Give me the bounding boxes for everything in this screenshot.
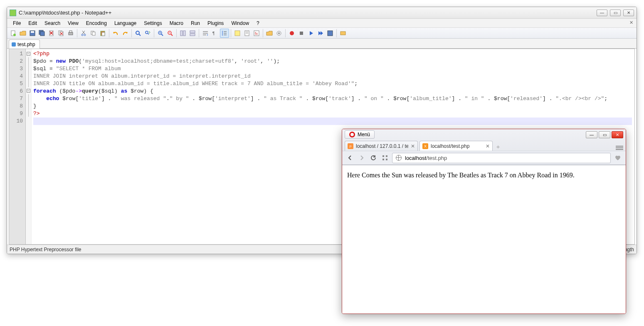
tb-zoom-in-icon[interactable] — [156, 29, 165, 38]
svg-rect-59 — [386, 155, 387, 157]
bookmark-heart-button[interactable] — [613, 153, 622, 162]
svg-rect-14 — [69, 31, 72, 32]
tb-record-icon[interactable] — [287, 29, 296, 38]
tb-stop-icon[interactable] — [297, 29, 306, 38]
close-button[interactable]: ✕ — [623, 10, 634, 16]
opera-tabstrip: p localhost / 127.0.0.1 / test ✕ X local… — [342, 140, 626, 151]
url-text: localhost/test.php — [405, 155, 607, 161]
opera-navbar: localhost/test.php — [342, 151, 626, 165]
menubar-close-icon[interactable]: ✕ — [628, 20, 634, 26]
tb-indent-guide-icon[interactable] — [220, 29, 229, 38]
tb-extra-icon[interactable] — [338, 29, 348, 38]
tab-label: localhost/test.php — [431, 143, 483, 149]
tb-udl-icon[interactable] — [233, 29, 242, 38]
tb-undo-icon[interactable] — [111, 29, 120, 38]
menu-view[interactable]: View — [64, 20, 82, 27]
tb-zoom-out-icon[interactable] — [165, 29, 175, 38]
opera-window: Menü — ▭ ✕ p localhost / 127.0.0.1 / tes… — [342, 129, 626, 314]
new-tab-button[interactable]: ＋ — [494, 143, 502, 151]
tab-label: localhost / 127.0.0.1 / test — [356, 143, 408, 149]
filetab-test-php[interactable]: test.php — [9, 39, 40, 49]
npp-app-icon — [10, 10, 16, 16]
menu-search[interactable]: Search — [41, 20, 64, 27]
opera-menu-button[interactable]: Menü — [345, 130, 375, 139]
line-number-gutter: 12345678910 — [9, 49, 26, 244]
tb-paste-icon[interactable] — [98, 29, 107, 38]
svg-rect-60 — [382, 159, 384, 160]
tab-close-icon[interactable]: ✕ — [486, 143, 490, 149]
tb-new-icon[interactable] — [9, 29, 18, 38]
menu-help[interactable]: ? — [253, 20, 263, 27]
menu-file[interactable]: File — [10, 20, 24, 27]
nav-speed-dial-button[interactable] — [380, 153, 390, 162]
opera-close-button[interactable]: ✕ — [612, 131, 623, 138]
svg-rect-22 — [102, 32, 105, 36]
tb-open-icon[interactable] — [18, 29, 27, 38]
browser-tab-phpmyadmin[interactable]: p localhost / 127.0.0.1 / test ✕ — [345, 141, 418, 151]
menu-edit[interactable]: Edit — [25, 20, 40, 27]
tb-close-all-icon[interactable] — [57, 29, 66, 38]
tb-wordwrap-icon[interactable] — [201, 29, 210, 38]
menu-window[interactable]: Window — [228, 20, 252, 27]
tb-allchars-icon[interactable]: ¶ — [210, 29, 220, 38]
tb-save-icon[interactable] — [28, 29, 37, 38]
menu-macro[interactable]: Macro — [166, 20, 187, 27]
nav-back-button[interactable] — [345, 153, 355, 162]
tb-play-icon[interactable] — [306, 29, 316, 38]
maximize-button[interactable]: ▭ — [610, 10, 621, 16]
minimize-button[interactable]: — — [597, 10, 607, 16]
menu-encoding[interactable]: Encoding — [83, 20, 110, 27]
tb-save-all-icon[interactable] — [37, 29, 47, 38]
menu-plugins[interactable]: Plugins — [204, 20, 227, 27]
tb-func-list-icon[interactable]: fx — [252, 29, 261, 38]
opera-menu-label: Menü — [358, 132, 370, 137]
svg-rect-34 — [180, 31, 183, 36]
tab-close-icon[interactable]: ✕ — [411, 143, 415, 149]
tb-redo-icon[interactable] — [121, 29, 130, 38]
tb-copy-icon[interactable] — [89, 29, 98, 38]
svg-rect-56 — [328, 31, 333, 36]
address-bar[interactable]: localhost/test.php — [392, 153, 611, 163]
menu-run[interactable]: Run — [188, 20, 203, 27]
svg-point-53 — [278, 32, 280, 34]
npp-filetab-bar: test.php — [7, 39, 637, 49]
tb-play-multi-icon[interactable] — [316, 29, 325, 38]
nav-reload-button[interactable] — [369, 153, 378, 162]
tb-cut-icon[interactable] — [79, 29, 88, 38]
fold-gutter[interactable]: − − — [26, 49, 32, 244]
svg-point-15 — [81, 34, 83, 36]
tb-folder-icon[interactable] — [265, 29, 274, 38]
tb-doc-map-icon[interactable] — [242, 29, 252, 38]
svg-rect-36 — [190, 31, 195, 33]
npp-menubar: File Edit Search View Encoding Language … — [7, 19, 637, 28]
svg-rect-13 — [69, 32, 73, 35]
tb-find-icon[interactable] — [133, 29, 143, 38]
menu-language[interactable]: Language — [111, 20, 140, 27]
npp-titlebar[interactable]: C:\xampp\htdocs\test.php - Notepad++ — ▭… — [7, 7, 637, 19]
tb-save-macro-icon[interactable] — [326, 29, 335, 38]
page-output-text: Here Comes the Sun was released by The B… — [347, 172, 575, 179]
tab-favicon-icon: X — [422, 143, 428, 149]
svg-point-54 — [290, 31, 294, 35]
nav-forward-button[interactable] — [357, 153, 366, 162]
filetab-label: test.php — [17, 42, 35, 47]
site-info-icon[interactable] — [396, 155, 402, 161]
browser-viewport[interactable]: Here Comes the Sun was released by The B… — [342, 166, 626, 314]
tb-replace-icon[interactable] — [143, 29, 152, 38]
opera-titlebar[interactable]: Menü — ▭ ✕ — [342, 129, 626, 140]
tb-sync-v-icon[interactable] — [178, 29, 188, 38]
svg-text:fx: fx — [255, 32, 258, 36]
svg-rect-5 — [40, 32, 44, 36]
opera-minimize-button[interactable]: — — [586, 131, 597, 138]
status-filetype: PHP Hypertext Preprocessor file — [10, 247, 81, 252]
tb-print-icon[interactable] — [66, 29, 75, 38]
tb-sync-h-icon[interactable] — [188, 29, 197, 38]
opera-maximize-button[interactable]: ▭ — [599, 131, 610, 138]
menu-settings[interactable]: Settings — [141, 20, 165, 27]
svg-line-26 — [148, 33, 149, 34]
tb-monitor-icon[interactable] — [274, 29, 284, 38]
tab-menu-icon[interactable] — [616, 145, 623, 151]
tb-close-icon[interactable] — [47, 29, 56, 38]
browser-tab-testphp[interactable]: X localhost/test.php ✕ — [419, 141, 493, 151]
svg-rect-35 — [183, 31, 185, 36]
